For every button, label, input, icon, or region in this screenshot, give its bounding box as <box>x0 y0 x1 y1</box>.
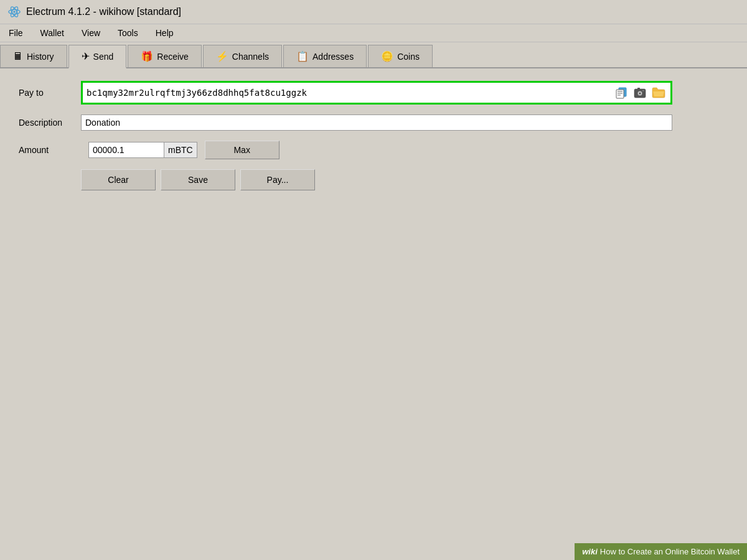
pay-to-label: Pay to <box>19 88 81 98</box>
copy-icon[interactable] <box>613 85 629 100</box>
svg-rect-8 <box>618 95 621 96</box>
clear-button[interactable]: Clear <box>81 169 156 190</box>
title-bar: Electrum 4.1.2 - wikihow [standard] <box>0 0 747 24</box>
amount-unit: mBTC <box>164 142 197 157</box>
main-content: Pay to <box>0 68 747 203</box>
send-icon: ✈ <box>82 50 90 62</box>
menu-file[interactable]: File <box>5 27 27 39</box>
action-buttons: Clear Save Pay... <box>81 169 728 190</box>
app-icon <box>7 5 21 19</box>
pay-button[interactable]: Pay... <box>240 169 315 190</box>
description-input[interactable] <box>81 114 672 131</box>
addresses-icon: 📋 <box>296 50 309 62</box>
tab-channels[interactable]: ⚡ Channels <box>203 45 282 67</box>
amount-label: Amount <box>19 145 81 155</box>
tab-send[interactable]: ✈ Send <box>68 45 127 68</box>
receive-icon: 🎁 <box>141 50 153 62</box>
history-icon: 🖩 <box>13 51 23 62</box>
description-row: Description <box>19 114 728 131</box>
amount-row: Amount mBTC Max <box>19 141 728 159</box>
svg-rect-13 <box>637 88 640 90</box>
camera-icon[interactable] <box>632 85 648 100</box>
folder-icon[interactable] <box>651 85 667 100</box>
amount-input-container: mBTC <box>88 142 197 158</box>
tab-coins[interactable]: 🪙 Coins <box>368 45 433 67</box>
svg-rect-7 <box>618 93 622 94</box>
tab-receive[interactable]: 🎁 Receive <box>128 45 202 67</box>
menu-bar: File Wallet View Tools Help <box>0 24 747 42</box>
menu-wallet[interactable]: Wallet <box>37 27 68 39</box>
menu-view[interactable]: View <box>78 27 104 39</box>
pay-to-container <box>81 81 672 105</box>
app-title: Electrum 4.1.2 - wikihow [standard] <box>26 6 181 17</box>
wiki-label: wiki <box>582 547 598 556</box>
max-button[interactable]: Max <box>205 141 280 159</box>
menu-help[interactable]: Help <box>152 27 177 39</box>
wikihow-text: How to Create an Online Bitcoin Wallet <box>600 547 740 556</box>
tab-bar: 🖩 History ✈ Send 🎁 Receive ⚡ Channels 📋 … <box>0 42 747 68</box>
svg-point-3 <box>13 11 16 13</box>
menu-tools[interactable]: Tools <box>114 27 142 39</box>
tab-history[interactable]: 🖩 History <box>0 45 67 67</box>
pay-to-row: Pay to <box>19 81 728 105</box>
wikihow-watermark: wiki How to Create an Online Bitcoin Wal… <box>575 543 747 560</box>
save-button[interactable]: Save <box>161 169 235 190</box>
amount-input[interactable] <box>89 142 164 157</box>
svg-point-12 <box>639 93 641 95</box>
svg-rect-6 <box>618 91 622 92</box>
tab-addresses[interactable]: 📋 Addresses <box>283 45 367 67</box>
svg-rect-14 <box>642 90 644 91</box>
description-label: Description <box>19 118 81 128</box>
pay-to-input[interactable] <box>87 88 611 98</box>
channels-icon: ⚡ <box>216 50 228 62</box>
coins-icon: 🪙 <box>381 50 393 62</box>
